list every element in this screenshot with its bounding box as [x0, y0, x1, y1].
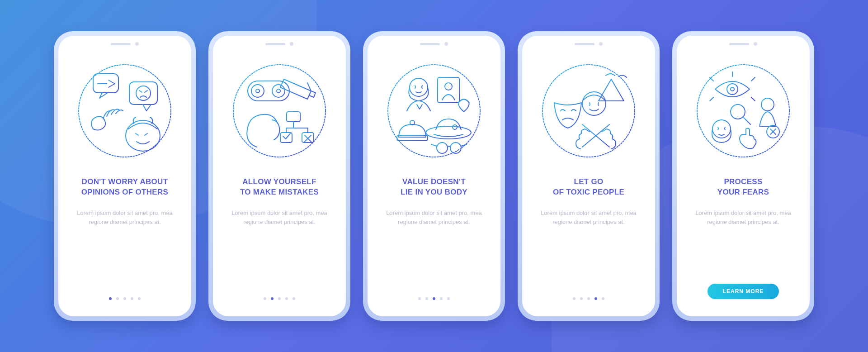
svg-rect-11	[287, 112, 300, 122]
learn-more-button[interactable]: LEARN MORE	[708, 284, 779, 299]
notch	[729, 42, 757, 46]
svg-point-9	[256, 89, 259, 93]
svg-point-28	[731, 87, 734, 91]
slide-body: Lorem ipsum dolor sit amet pro, mea regi…	[73, 209, 177, 227]
title-line-2: YOUR FEARS	[717, 188, 769, 196]
mistakes-icon	[230, 61, 329, 161]
title-line-1: PROCESS	[724, 177, 762, 186]
dot-3[interactable]	[123, 297, 126, 300]
svg-point-14	[388, 65, 480, 157]
screen: DON'T WORRY ABOUT OPINIONS OF OTHERS Lor…	[58, 36, 191, 316]
phone-mockup-3: VALUE DOESN'T LIE IN YOU BODY Lorem ipsu…	[363, 31, 505, 321]
dot-1[interactable]	[109, 297, 112, 300]
slide-title: LET GO OF TOXIC PEOPLE	[553, 177, 624, 198]
dot-4[interactable]	[131, 297, 133, 300]
dot-4[interactable]	[440, 297, 443, 300]
dot-5[interactable]	[138, 297, 141, 300]
svg-point-0	[79, 65, 171, 157]
pagination-dots	[264, 297, 295, 300]
slide-title: VALUE DOESN'T LIE IN YOU BODY	[401, 177, 467, 198]
svg-rect-6	[248, 81, 289, 101]
phone-mockup-1: DON'T WORRY ABOUT OPINIONS OF OTHERS Lor…	[54, 31, 196, 321]
dot-3[interactable]	[587, 297, 590, 300]
svg-point-4	[126, 120, 160, 151]
dot-5[interactable]	[602, 297, 604, 300]
pagination-dots	[573, 297, 604, 300]
toxic-people-icon	[539, 61, 638, 161]
title-line-1: LET GO	[574, 177, 603, 186]
screen: ALLOW YOURSELF TO MAKE MISTAKES Lorem ip…	[213, 36, 346, 316]
screen: VALUE DOESN'T LIE IN YOU BODY Lorem ipsu…	[368, 36, 500, 316]
svg-point-17	[445, 83, 452, 90]
title-line-1: ALLOW YOURSELF	[242, 177, 316, 186]
title-line-1: VALUE DOESN'T	[402, 177, 466, 186]
svg-rect-18	[397, 135, 428, 141]
svg-point-8	[272, 85, 285, 97]
title-line-2: TO MAKE MISTAKES	[240, 188, 319, 196]
opinions-icon	[75, 61, 175, 161]
slide-title: DON'T WORRY ABOUT OPINIONS OF OTHERS	[81, 177, 168, 198]
svg-rect-13	[302, 133, 314, 143]
svg-point-24	[542, 65, 635, 157]
slide-body: Lorem ipsum dolor sit amet pro, mea regi…	[382, 209, 486, 227]
dot-2[interactable]	[116, 297, 119, 300]
svg-point-29	[731, 105, 745, 119]
title-line-1: DON'T WORRY ABOUT	[82, 177, 168, 186]
dot-1[interactable]	[264, 297, 266, 300]
pagination-dots	[109, 297, 141, 300]
phone-mockup-2: ALLOW YOURSELF TO MAKE MISTAKES Lorem ip…	[208, 31, 350, 321]
slide-body: Lorem ipsum dolor sit amet pro, mea regi…	[227, 209, 331, 227]
notch	[575, 42, 603, 46]
dot-2[interactable]	[271, 297, 274, 300]
body-value-icon	[384, 61, 484, 161]
pagination-dots	[418, 297, 450, 300]
notch	[420, 42, 448, 46]
notch	[111, 42, 139, 46]
title-line-2: OF TOXIC PEOPLE	[553, 188, 624, 196]
phone-mockup-4: LET GO OF TOXIC PEOPLE Lorem ipsum dolor…	[518, 31, 660, 321]
svg-point-27	[727, 84, 738, 95]
dot-5[interactable]	[447, 297, 450, 300]
dot-5[interactable]	[292, 297, 295, 300]
fears-icon	[693, 61, 793, 161]
title-line-2: LIE IN YOU BODY	[401, 188, 467, 196]
screen: LET GO OF TOXIC PEOPLE Lorem ipsum dolor…	[522, 36, 655, 316]
svg-point-10	[277, 89, 280, 93]
dot-3[interactable]	[433, 297, 435, 300]
dot-2[interactable]	[425, 297, 428, 300]
dot-2[interactable]	[580, 297, 583, 300]
slide-title: PROCESS YOUR FEARS	[717, 177, 769, 198]
svg-point-7	[251, 85, 264, 97]
svg-rect-2	[129, 82, 157, 105]
svg-point-22	[437, 143, 448, 153]
screen: PROCESS YOUR FEARS Lorem ipsum dolor sit…	[677, 36, 810, 316]
dot-3[interactable]	[278, 297, 281, 300]
dot-1[interactable]	[418, 297, 421, 300]
dot-1[interactable]	[573, 297, 576, 300]
dot-4[interactable]	[285, 297, 288, 300]
svg-point-5	[233, 65, 326, 157]
slide-body: Lorem ipsum dolor sit amet pro, mea regi…	[537, 209, 641, 227]
slide-title: ALLOW YOURSELF TO MAKE MISTAKES	[240, 177, 319, 198]
svg-point-15	[410, 78, 428, 96]
slide-body: Lorem ipsum dolor sit amet pro, mea regi…	[691, 209, 795, 227]
notch	[265, 42, 293, 46]
svg-point-21	[453, 125, 457, 129]
phone-mockup-5: PROCESS YOUR FEARS Lorem ipsum dolor sit…	[672, 31, 814, 321]
svg-point-3	[136, 86, 151, 100]
title-line-2: OPINIONS OF OTHERS	[81, 188, 168, 196]
svg-point-30	[761, 98, 774, 111]
dot-4[interactable]	[594, 297, 597, 300]
